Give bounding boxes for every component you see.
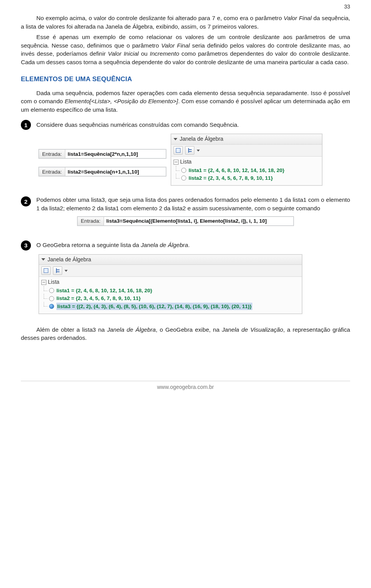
tree-item-text: lista1 = {2, 4, 6, 8, 10, 12, 14, 16, 18…: [56, 287, 152, 294]
input-label: Entrada:: [39, 167, 65, 176]
tree-item-text: lista3 = {(2, 2), (4, 3), (6, 4), (8, 5)…: [56, 303, 252, 310]
closing-paragraph: Além de obter a lista3 na Janela de Álge…: [21, 326, 350, 342]
tree-item-lista3[interactable]: lista3 = {(2, 2), (4, 3), (6, 4), (8, 5)…: [41, 303, 300, 310]
grid-icon: [176, 148, 180, 153]
step-2-figure: Entrada:: [21, 216, 350, 226]
step-2: 2 Podemos obter uma lista3, que seja uma…: [21, 196, 350, 212]
input-bar-3: Entrada:: [77, 216, 294, 226]
term-incremento: Incremento: [150, 50, 179, 57]
input-field-lista2[interactable]: [65, 167, 166, 176]
input-bar-1: Entrada:: [39, 149, 166, 159]
tree-item-lista1[interactable]: lista1 = {2, 4, 6, 8, 10, 12, 14, 16, 18…: [174, 167, 320, 174]
panel-title-text: Janela de Álgebra: [48, 256, 91, 264]
tree-item-lista1[interactable]: lista1 = {2, 4, 6, 8, 10, 12, 14, 16, 18…: [41, 287, 300, 294]
section-heading: ELEMENTOS DE UMA SEQUÊNCIA: [21, 75, 350, 84]
algebra-panel-1: Janela de Álgebra Lista lista1 = {2, 4, …: [171, 134, 322, 186]
term-valor-inicial: Valor Inicial: [108, 50, 139, 57]
step-1-figure: Entrada: Entrada: Janela de Álgebra List…: [39, 134, 350, 186]
step-1-text: Considere duas sequências numéricas cons…: [36, 121, 350, 129]
tree-icon: [187, 148, 192, 153]
visibility-toggle-icon[interactable]: [49, 296, 54, 301]
step-1: 1 Considere duas sequências numéricas co…: [21, 119, 350, 130]
visibility-toggle-icon[interactable]: [49, 304, 54, 309]
tree-item-text: lista2 = {2, 3, 4, 5, 6, 7, 8, 9, 10, 11…: [189, 174, 273, 182]
text: ou: [139, 50, 150, 57]
collapse-icon: [174, 138, 177, 140]
text: .: [188, 242, 190, 248]
tree-view: Lista lista1 = {2, 4, 6, 8, 10, 12, 14, …: [39, 277, 302, 313]
tree-item-text: lista2 = {2, 3, 4, 5, 6, 7, 8, 9, 10, 11…: [56, 295, 141, 302]
minus-icon: [174, 160, 179, 165]
tree-item-lista2[interactable]: lista2 = {2, 3, 4, 5, 6, 7, 8, 9, 10, 11…: [41, 295, 300, 302]
tree-guide: [176, 166, 176, 170]
step-badge-1: 1: [21, 120, 31, 130]
intro-paragraph-1: No exemplo acima, o valor do controle de…: [21, 14, 350, 31]
tree-view: Lista lista1 = {2, 4, 6, 8, 10, 12, 14, …: [171, 157, 322, 185]
chevron-down-icon: [65, 270, 68, 272]
text: , o GeoGebra exibe, na: [156, 326, 222, 333]
term-janela-algebra: Janela de Álgebra: [107, 326, 156, 333]
section-intro: Dada uma sequência, podemos fazer operaç…: [21, 89, 350, 114]
step-badge-3: 3: [21, 240, 31, 251]
panel-toolbar: [39, 265, 302, 277]
input-field-lista3[interactable]: [104, 217, 293, 225]
tree-root-label: Lista: [180, 158, 192, 166]
tree-guide: [44, 294, 44, 298]
toolbar-button-tree[interactable]: [53, 266, 62, 275]
tree-guide: [44, 286, 44, 291]
term-janela-algebra: Janela de Álgebra: [141, 242, 188, 248]
term-valor-final: Valor Final: [161, 42, 190, 49]
page-number: 33: [344, 3, 350, 11]
visibility-toggle-icon[interactable]: [49, 288, 54, 293]
step-badge-2: 2: [21, 196, 31, 206]
panel-title-text: Janela de Álgebra: [180, 135, 223, 143]
grid-icon: [44, 268, 48, 273]
toolbar-button-grid[interactable]: [41, 266, 51, 275]
page-footer: www.ogeogebra.com.br: [21, 381, 350, 391]
tree-item-lista2[interactable]: lista2 = {2, 3, 4, 5, 6, 7, 8, 9, 10, 11…: [174, 174, 320, 182]
panel-title-bar[interactable]: Janela de Álgebra: [39, 255, 302, 265]
step-3: 3 O GeoGebra retorna a seguinte lista da…: [21, 240, 350, 251]
text: Além de obter a lista3 na: [36, 326, 107, 333]
tree-guide: [44, 302, 44, 307]
input-label: Entrada:: [78, 217, 104, 225]
algebra-panel-2: Janela de Álgebra Lista lista1 = {2, 4, …: [39, 254, 302, 314]
command-elemento: Elemento[<Lista>, <Posição do Elemento>]: [65, 98, 178, 104]
term-janela-visualizacao: Janela de Visualização: [222, 326, 283, 333]
toolbar-button-tree[interactable]: [185, 146, 194, 155]
tree-root[interactable]: Lista: [174, 158, 320, 166]
tree-item-text: lista1 = {2, 4, 6, 8, 10, 12, 14, 16, 18…: [189, 167, 284, 174]
minus-icon: [41, 280, 46, 285]
input-bar-2: Entrada:: [39, 167, 166, 176]
visibility-toggle-icon[interactable]: [181, 168, 186, 173]
intro-paragraph-2: Esse é apenas um exemplo de como relacio…: [21, 33, 350, 66]
toolbar-button-grid[interactable]: [174, 146, 183, 155]
text: O GeoGebra retorna a seguinte lista da: [36, 242, 141, 248]
tree-guide: [176, 174, 176, 178]
step-2-text: Podemos obter uma lista3, que seja uma l…: [36, 196, 350, 212]
text: No exemplo acima, o valor do controle de…: [36, 15, 284, 21]
input-label: Entrada:: [39, 150, 65, 158]
collapse-icon: [41, 258, 45, 261]
input-field-lista1[interactable]: [65, 150, 166, 158]
tree-root[interactable]: Lista: [41, 278, 300, 286]
panel-title-bar[interactable]: Janela de Álgebra: [171, 134, 322, 145]
step-3-text: O GeoGebra retorna a seguinte lista da J…: [36, 241, 350, 249]
chevron-down-icon: [197, 150, 200, 152]
visibility-toggle-icon[interactable]: [181, 176, 186, 181]
term-valor-final: Valor Final: [284, 15, 311, 21]
panel-toolbar: [171, 145, 322, 157]
tree-root-label: Lista: [48, 278, 60, 286]
input-column: Entrada: Entrada:: [39, 134, 166, 186]
tree-icon: [55, 268, 60, 273]
